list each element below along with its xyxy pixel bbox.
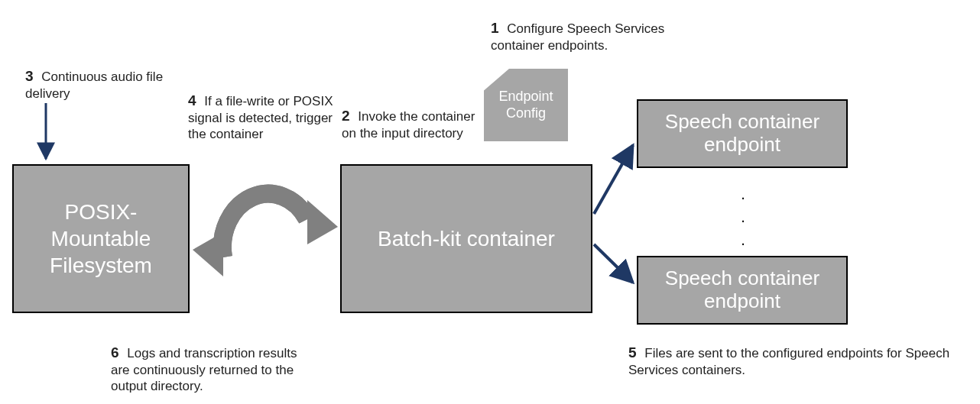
step-3-number: 3	[25, 67, 34, 86]
cycle-arrow-bottom-arc	[222, 194, 307, 257]
step-6-annotation: 6 Logs and transcription results are con…	[111, 344, 310, 394]
step-5-number: 5	[628, 344, 637, 362]
step-1-text: Configure Speech Services container endp…	[491, 21, 664, 53]
arrow-to-endpoint-bottom	[594, 244, 633, 283]
step-4-text: If a file-write or POSIX signal is detec…	[188, 94, 333, 141]
step-5-text: Files are sent to the configured endpoin…	[628, 346, 949, 377]
batch-kit-container-label: Batch-kit container	[378, 227, 555, 251]
speech-endpoint-box-bottom: Speech container endpoint	[637, 256, 848, 325]
step-4-number: 4	[188, 92, 196, 110]
speech-endpoint-label-bottom: Speech container endpoint	[646, 267, 839, 313]
step-6-number: 6	[111, 344, 119, 362]
speech-endpoint-box-top: Speech container endpoint	[637, 99, 848, 168]
endpoint-config-label: Endpoint Config	[490, 89, 562, 121]
cycle-arrow-top-head	[307, 200, 338, 244]
step-5-annotation: 5 Files are sent to the configured endpo…	[628, 344, 957, 378]
batch-kit-container-box: Batch-kit container	[340, 164, 592, 313]
step-1-annotation: 1 Configure Speech Services container en…	[491, 19, 690, 53]
endpoint-config-shape: Endpoint Config	[484, 69, 568, 141]
ellipsis-dot-3: ·	[728, 235, 758, 250]
cycle-arrows	[193, 194, 338, 276]
ellipsis-dot-1: ·	[728, 189, 758, 205]
step-3-text: Continuous audio file delivery	[25, 69, 163, 101]
posix-filesystem-label: POSIX-Mountable Filesystem	[21, 199, 180, 279]
diagram-canvas: POSIX-Mountable Filesystem Batch-kit con…	[0, 0, 980, 404]
ellipsis-dot-2: ·	[728, 212, 758, 228]
step-4-annotation: 4 If a file-write or POSIX signal is det…	[188, 92, 341, 142]
step-2-text: Invoke the container on the input direct…	[342, 109, 475, 141]
step-1-number: 1	[491, 19, 499, 37]
cycle-arrow-bottom-head	[193, 232, 223, 276]
step-3-annotation: 3 Continuous audio file delivery	[25, 67, 178, 102]
step-2-number: 2	[342, 107, 350, 125]
speech-endpoint-label-top: Speech container endpoint	[646, 111, 839, 157]
posix-filesystem-box: POSIX-Mountable Filesystem	[12, 164, 190, 313]
arrow-to-endpoint-top	[594, 145, 633, 214]
step-2-annotation: 2 Invoke the container on the input dire…	[342, 107, 479, 141]
cycle-arrow-top-arc	[222, 194, 307, 257]
step-6-text: Logs and transcription results are conti…	[111, 346, 297, 393]
